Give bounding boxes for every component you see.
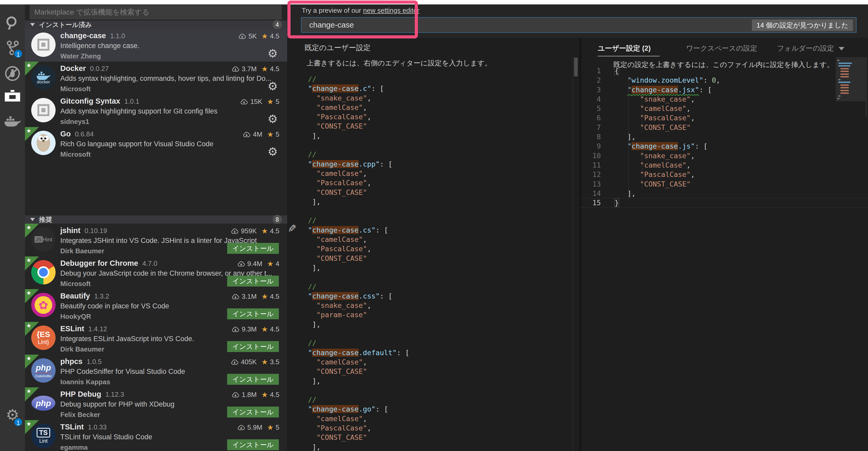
rating-star-icon: ★ <box>267 260 273 268</box>
extension-row[interactable]: ★JSHintjshint0.10.19959K★4.5Integrates J… <box>25 224 287 256</box>
code-line: 12 "PascalCase", <box>580 170 868 179</box>
settings-search-input[interactable]: change-case 14 個の設定が見つかりました <box>301 17 857 33</box>
code-line: 6 "PascalCase", <box>580 113 868 123</box>
extension-author: sidneys1 <box>60 118 89 126</box>
install-button[interactable]: インストール <box>227 243 279 254</box>
extension-row[interactable]: Gitconfig Syntax1.0.115K★5Adds syntax hi… <box>25 94 287 127</box>
minimap[interactable] <box>836 57 865 101</box>
extension-gear-icon[interactable]: ⚙ <box>268 112 278 126</box>
extension-icon <box>31 131 56 155</box>
minimap-line <box>840 93 849 94</box>
extension-row[interactable]: ★✿Beautify1.3.23.1M★4.5Beautify code in … <box>25 289 287 322</box>
download-count: 5K <box>248 32 257 40</box>
line-number: 15 <box>580 198 601 207</box>
line-number: 9 <box>580 141 601 151</box>
search-match-highlight: change-case <box>631 142 678 150</box>
extension-stats: 15K★5 <box>240 97 279 106</box>
activity-bar: 1 <box>0 4 25 451</box>
extension-stats: 1.8M★4.5 <box>231 390 279 399</box>
rating-star-icon: ★ <box>267 130 273 139</box>
extension-version: 1.1.0 <box>110 32 125 40</box>
extension-icon: ✿ <box>31 293 56 317</box>
extension-row[interactable]: ★dockerDocker0.0.273.7M★4.5Adds syntax h… <box>25 62 287 94</box>
tip-text: Try a preview of our <box>302 6 363 14</box>
rating-star-icon: ★ <box>261 32 268 40</box>
tab-folder-settings[interactable]: フォルダーの設定 <box>777 44 844 53</box>
extension-gear-icon[interactable]: ⚙ <box>268 79 278 93</box>
extension-name: Go0.6.84 <box>60 130 94 138</box>
install-button[interactable]: インストール <box>227 407 279 418</box>
extension-version: 1.3.2 <box>94 292 109 300</box>
extension-icon <box>31 32 56 57</box>
section-header[interactable]: 推奨8 <box>25 215 287 224</box>
vscode-window: 1 <box>0 0 868 451</box>
left-scrollbar-thumb[interactable] <box>574 58 578 76</box>
rating-value: 3.5 <box>270 358 279 366</box>
marketplace-search-input[interactable] <box>30 5 282 20</box>
code-line: 14 ], <box>580 189 868 198</box>
debug-icon[interactable] <box>0 61 25 86</box>
section-label: 推奨 <box>39 215 52 224</box>
extension-version: 1.4.12 <box>88 325 107 333</box>
minimap-line <box>838 65 850 66</box>
extension-name: TSLint1.0.33 <box>60 423 107 431</box>
extension-author: Water Zheng <box>60 52 101 60</box>
line-number: 11 <box>580 161 601 170</box>
extension-name: Beautify1.3.2 <box>60 292 109 300</box>
default-settings-code[interactable]: // "change-case.c": [ "snake_case", "cam… <box>308 74 409 451</box>
docker-icon[interactable] <box>0 109 25 134</box>
extension-row[interactable]: ★{ESLint}ESLint1.4.129.3M★4.5Integrates … <box>25 322 287 355</box>
extension-name: ESLint1.4.12 <box>60 324 107 333</box>
new-settings-editor-link[interactable]: new settings editor <box>363 6 420 14</box>
user-settings-code[interactable]: 1{2 "window.zoomLevel": 0,3 "change-case… <box>580 66 868 207</box>
search-icon[interactable] <box>0 11 25 36</box>
extension-author: Microsoft <box>60 85 91 93</box>
rating-star-icon: ★ <box>261 358 268 366</box>
source-control-icon[interactable]: 1 <box>0 35 25 60</box>
tab-user-settings[interactable]: ユーザー設定 (2) <box>598 44 651 53</box>
section-header[interactable]: インストール済み4 <box>25 21 287 29</box>
settings-gear-icon[interactable]: ⚙ 1 <box>0 402 25 427</box>
extension-row[interactable]: ★phpPHP Debug1.12.31.8M★4.5Debug support… <box>25 387 287 420</box>
extension-name: Gitconfig Syntax1.0.1 <box>60 97 139 105</box>
extension-gear-icon[interactable]: ⚙ <box>268 145 278 158</box>
extension-author: Dirk Baeumer <box>60 345 104 353</box>
download-count-icon <box>237 260 245 267</box>
debug-glyph <box>4 65 21 82</box>
extension-row[interactable]: ★Go0.6.844M★5Rich Go language support fo… <box>25 127 287 160</box>
install-button[interactable]: インストール <box>227 276 279 287</box>
extension-name: Docker0.0.27 <box>60 64 109 73</box>
extension-stats: 405K★3.5 <box>230 358 279 366</box>
install-button[interactable]: インストール <box>227 309 279 319</box>
install-button[interactable]: インストール <box>227 341 279 352</box>
rating-value: 4.5 <box>270 227 279 235</box>
extension-row[interactable]: change-case1.1.05K★4.5Intelligence chang… <box>25 29 287 62</box>
rating-value: 4.5 <box>270 292 279 300</box>
minimap-line <box>840 71 849 72</box>
minimap-line <box>840 90 849 91</box>
settings-preview-tip: Try a preview of our new settings editor <box>302 6 420 14</box>
edit-setting-pencil-icon[interactable]: ✎ <box>288 223 297 234</box>
line-number: 14 <box>580 189 601 198</box>
extension-row[interactable]: ★phpCodeSnifferphpcs1.0.5405K★3.5PHP Cod… <box>25 355 287 387</box>
extension-row[interactable]: ★Debugger for Chrome4.7.09.4M★4Debug you… <box>25 256 287 289</box>
extension-row[interactable]: ★TSLintTSLint1.0.335.9M★5TSLint for Visu… <box>25 420 287 451</box>
install-button[interactable]: インストール <box>227 374 279 385</box>
extension-gear-icon[interactable]: ⚙ <box>268 47 278 60</box>
minimap-line <box>838 95 840 97</box>
extension-version: 1.0.33 <box>88 423 106 431</box>
section-label: インストール済み <box>39 21 92 29</box>
extension-icon: TSLint <box>31 424 56 448</box>
tab-workspace-settings[interactable]: ワークスペースの設定 <box>686 44 757 53</box>
download-count-icon <box>230 228 239 235</box>
extension-stats: 3.7M★4.5 <box>231 65 279 73</box>
indent-guide <box>642 95 642 132</box>
extensions-icon[interactable] <box>0 84 25 109</box>
search-match-highlight: change-case <box>312 85 359 93</box>
rating-star-icon: ★ <box>261 65 268 73</box>
download-count: 15K <box>250 98 262 106</box>
download-count: 405K <box>241 358 257 366</box>
install-button[interactable]: インストール <box>227 439 279 450</box>
editor-scrollbar[interactable] <box>866 57 866 117</box>
line-number: 12 <box>580 170 601 179</box>
